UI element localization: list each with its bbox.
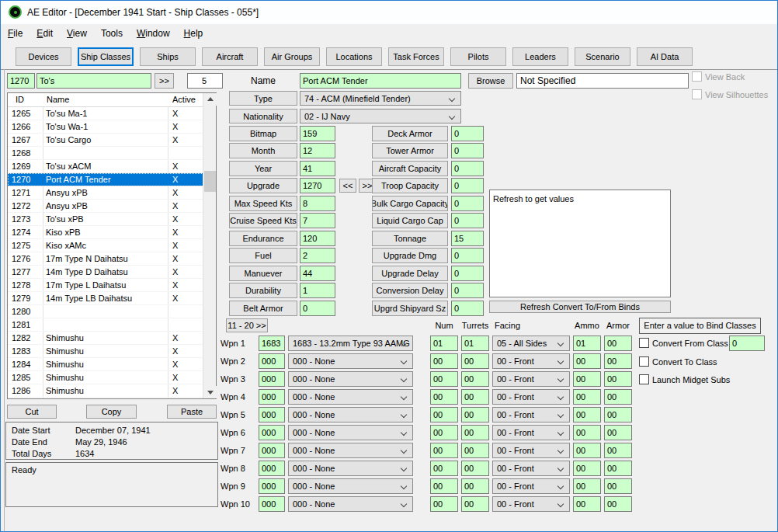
list-row-1266[interactable]: 1266To'su Wa-1X <box>8 120 203 134</box>
weapon-7-ammo-input[interactable]: 00 <box>573 443 601 458</box>
weapon-4-id-input[interactable]: 000 <box>259 389 285 405</box>
tab-leaders[interactable]: Leaders <box>512 47 568 66</box>
weapon-5-num-input[interactable]: 00 <box>430 407 458 422</box>
stat-label-deck-armor[interactable]: Deck Armor <box>372 126 448 141</box>
weapon-1-armor-input[interactable]: 00 <box>604 336 632 351</box>
stat-label-belt-armor[interactable]: Belt Armor <box>229 301 297 316</box>
weapon-5-device-dropdown[interactable]: 000 - None <box>288 407 413 422</box>
upgrade-prev-button[interactable]: << <box>339 179 356 193</box>
weapon-8-turrets-input[interactable]: 00 <box>461 461 489 476</box>
launch-midget-subs-checkbox[interactable]: Launch Midget Subs <box>639 374 730 384</box>
weapon-10-id-input[interactable]: 000 <box>259 496 285 512</box>
weapon-4-device-dropdown[interactable]: 000 - None <box>288 389 413 405</box>
stat-label-liquid-cargo-cap[interactable]: Liquid Cargo Cap <box>372 213 448 228</box>
view-silhouettes-checkbox[interactable]: View Silhouettes <box>692 89 768 99</box>
list-row-1283[interactable]: 1283ShimushuX <box>8 345 203 358</box>
weapon-9-armor-input[interactable]: 00 <box>604 478 632 494</box>
menu-item-window[interactable]: Window <box>130 24 177 43</box>
stat-label-durability[interactable]: Durability <box>229 283 297 298</box>
weapon-3-facing-dropdown[interactable]: 00 - Front <box>492 371 570 387</box>
stat-value-tower-armor[interactable]: 0 <box>451 143 484 158</box>
weapon-6-ammo-input[interactable]: 00 <box>573 425 601 440</box>
stat-value-cruise-speed-kts[interactable]: 7 <box>300 213 335 228</box>
weapon-6-turrets-input[interactable]: 00 <box>461 425 489 440</box>
tab-locations[interactable]: Locations <box>326 47 382 66</box>
tab-ai-data[interactable]: AI Data <box>637 47 693 66</box>
weapon-6-num-input[interactable]: 00 <box>430 425 458 440</box>
weapon-8-id-input[interactable]: 000 <box>259 461 285 476</box>
stat-label-tonnage[interactable]: Tonnage <box>372 231 448 246</box>
scroll-up-button[interactable] <box>203 93 217 106</box>
stat-label-max-speed-kts[interactable]: Max Speed Kts <box>229 196 297 211</box>
class-name-input[interactable]: Port ACM Tender <box>300 73 461 89</box>
weapon-8-num-input[interactable]: 00 <box>430 461 458 476</box>
weapon-9-device-dropdown[interactable]: 000 - None <box>288 478 413 494</box>
weapon-6-armor-input[interactable]: 00 <box>604 425 632 440</box>
stat-value-max-speed-kts[interactable]: 8 <box>300 196 335 211</box>
stat-value-troop-capacity[interactable]: 0 <box>451 178 484 193</box>
stat-label-cruise-speed-kts[interactable]: Cruise Speed Kts <box>229 213 297 228</box>
weapon-4-turrets-input[interactable]: 00 <box>461 389 489 405</box>
weapon-4-num-input[interactable]: 00 <box>430 389 458 405</box>
list-row-1280[interactable]: 1280 <box>8 305 203 318</box>
stat-label-upgrade-dmg[interactable]: Upgrade Dmg <box>372 248 448 263</box>
menu-item-file[interactable]: File <box>1 24 30 43</box>
view-back-checkbox[interactable]: View Back <box>692 71 745 82</box>
weapon-2-turrets-input[interactable]: 00 <box>461 353 489 369</box>
stat-label-bulk-cargo-capacity[interactable]: Bulk Cargo Capacity <box>372 196 448 211</box>
list-row-1282[interactable]: 1282ShimushuX <box>8 332 203 345</box>
list-scrollbar[interactable] <box>203 93 216 398</box>
list-row-1271[interactable]: 1271Ansyu xPBX <box>8 186 203 200</box>
stat-value-bulk-cargo-capacity[interactable]: 0 <box>451 196 484 211</box>
convert-to-class-checkbox[interactable]: Convert To Class <box>639 356 717 367</box>
list-row-1273[interactable]: 1273To'su xPBX <box>8 213 203 226</box>
weapon-1-device-dropdown[interactable]: 1683 - 13.2mm Type 93 AAMG <box>288 336 413 351</box>
browse-button[interactable]: Browse <box>468 73 513 89</box>
weapon-10-facing-dropdown[interactable]: 00 - Front <box>492 496 570 512</box>
stat-value-endurance[interactable]: 120 <box>300 231 335 246</box>
weapon-5-facing-dropdown[interactable]: 00 - Front <box>492 407 570 422</box>
stat-value-upgrade[interactable]: 1270 <box>300 178 335 193</box>
stat-value-durability[interactable]: 1 <box>300 283 335 298</box>
list-row-1284[interactable]: 1284ShimushuX <box>8 358 203 371</box>
list-row-1281[interactable]: 1281 <box>8 318 203 332</box>
weapon-6-device-dropdown[interactable]: 000 - None <box>288 425 413 440</box>
search-go-button[interactable]: >> <box>155 73 174 89</box>
weapon-10-ammo-input[interactable]: 00 <box>573 496 601 512</box>
weapon-3-device-dropdown[interactable]: 000 - None <box>288 371 413 387</box>
weapon-9-num-input[interactable]: 00 <box>430 478 458 494</box>
name-filter-input[interactable]: To's <box>36 73 151 89</box>
match-count-box[interactable]: 5 <box>187 73 223 89</box>
weapon-1-ammo-input[interactable]: 01 <box>573 336 601 351</box>
weapon-5-ammo-input[interactable]: 00 <box>573 407 601 422</box>
weapon-1-facing-dropdown[interactable]: 05 - All Sides <box>492 336 570 351</box>
weapon-2-armor-input[interactable]: 00 <box>604 353 632 369</box>
art-file-box[interactable]: Not Specified <box>516 73 689 89</box>
stat-label-month[interactable]: Month <box>229 143 297 158</box>
stat-label-tower-armor[interactable]: Tower Armor <box>372 143 448 158</box>
weapon-7-turrets-input[interactable]: 00 <box>461 443 489 458</box>
stat-value-belt-armor[interactable]: 0 <box>300 301 335 316</box>
weapon-7-armor-input[interactable]: 00 <box>604 443 632 458</box>
stat-label-conversion-delay[interactable]: Conversion Delay <box>372 283 448 298</box>
weapon-4-ammo-input[interactable]: 00 <box>573 389 601 405</box>
stat-value-year[interactable]: 41 <box>300 161 335 176</box>
list-row-1275[interactable]: 1275Kiso xAMcX <box>8 239 203 252</box>
convert-info-textarea[interactable]: Refresh to get values <box>489 190 671 297</box>
menu-item-help[interactable]: Help <box>177 24 210 43</box>
list-row-1279[interactable]: 127914m Type LB DaihatsuX <box>8 292 203 305</box>
tab-ship-classes[interactable]: Ship Classes <box>78 47 134 66</box>
weapon-9-turrets-input[interactable]: 00 <box>461 478 489 494</box>
weapon-7-id-input[interactable]: 000 <box>259 443 285 458</box>
weapon-1-num-input[interactable]: 01 <box>430 336 458 351</box>
list-row-1270[interactable]: 1270Port ACM TenderX <box>8 173 203 186</box>
weapons-range-button[interactable]: 11 - 20 >> <box>226 318 268 332</box>
weapon-8-device-dropdown[interactable]: 000 - None <box>288 461 413 476</box>
weapon-3-turrets-input[interactable]: 00 <box>461 371 489 387</box>
weapon-8-facing-dropdown[interactable]: 00 - Front <box>492 461 570 476</box>
stat-value-liquid-cargo-cap[interactable]: 0 <box>451 213 484 228</box>
list-row-1269[interactable]: 1269To'su xACMX <box>8 160 203 173</box>
scrollbar-thumb[interactable] <box>204 171 216 192</box>
stat-label-year[interactable]: Year <box>229 161 297 176</box>
stat-value-upgrade-dmg[interactable]: 0 <box>451 248 484 263</box>
